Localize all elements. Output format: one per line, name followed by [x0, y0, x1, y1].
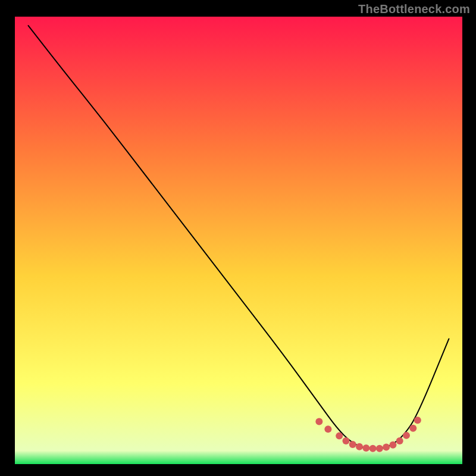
highlight-dot [409, 425, 416, 432]
highlight-dot [369, 445, 377, 452]
highlight-dot [376, 445, 383, 452]
highlight-dot [362, 444, 369, 452]
highlight-dot [336, 433, 343, 440]
highlight-dot [349, 441, 356, 448]
highlight-dot [403, 432, 410, 439]
highlight-dot [396, 437, 403, 444]
highlight-dot [389, 441, 396, 449]
highlight-dot [414, 416, 421, 424]
highlight-dot [356, 443, 363, 450]
plot-background [15, 17, 462, 464]
watermark-text: TheBottleneck.com [358, 2, 470, 16]
highlight-dot [315, 418, 322, 425]
chart-stage: TheBottleneck.com [0, 0, 476, 476]
highlight-dot [342, 437, 349, 444]
highlight-dot [383, 443, 390, 450]
bottleneck-chart [0, 0, 476, 476]
highlight-dot [324, 425, 331, 433]
